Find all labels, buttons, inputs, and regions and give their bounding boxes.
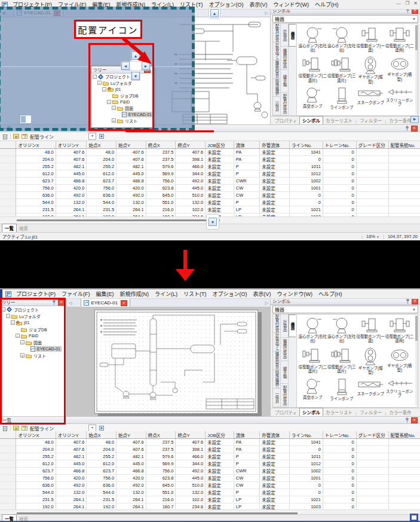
row-selector[interactable]	[0, 468, 16, 475]
pin-icon[interactable]	[405, 417, 409, 423]
table-cell[interactable]: 636.0	[16, 192, 56, 199]
symbol-category-tab[interactable]: 配管付属品(アクセサリ)	[273, 315, 280, 333]
table-cell[interactable]: 1011	[289, 163, 323, 170]
column-header[interactable]: 終点Y	[176, 431, 206, 439]
column-header[interactable]: 始点X	[87, 431, 117, 439]
table-cell[interactable]: 466.8	[117, 178, 146, 185]
table-cell[interactable]: LP	[234, 206, 259, 213]
table-cell[interactable]: 492.0	[56, 192, 87, 199]
column-header[interactable]: 始点Y	[117, 141, 146, 149]
column-header[interactable]: 外管流体	[260, 141, 290, 149]
table-cell[interactable]: 237.5	[146, 439, 176, 446]
table-cell[interactable]: 0	[323, 446, 356, 453]
symbol-scrollbar[interactable]	[415, 25, 418, 114]
table-cell[interactable]: 510.0	[176, 192, 206, 199]
table-cell[interactable]	[356, 503, 388, 510]
symbol-pump-centrifugal-right[interactable]: 遠心ポンプ(右吐出)	[298, 25, 327, 55]
table-cell[interactable]: 未設定	[206, 460, 234, 468]
table-cell[interactable]	[388, 163, 420, 170]
edge-place-top-icon[interactable]: ▲	[210, 9, 219, 17]
symbol-pump-recip-double-both[interactable]: 往復動ポンプ(二連両)	[385, 25, 415, 55]
table-cell[interactable]: 645.0	[146, 192, 176, 199]
table-cell[interactable]: 612.0	[87, 460, 117, 468]
table-cell[interactable]: 0	[323, 163, 356, 170]
table-cell[interactable]: 407.6	[176, 439, 206, 446]
tree-item-job-db[interactable]: ジョブDB	[0, 326, 66, 332]
table-cell[interactable]: 492.0	[117, 482, 146, 489]
tree-item-list[interactable]: +リスト	[91, 118, 152, 124]
table-cell[interactable]: 102.0	[176, 496, 206, 503]
tree-panel-header[interactable]: ツリー ✕	[0, 299, 66, 306]
row-selector[interactable]	[0, 482, 16, 489]
edge-place-bottom-icon[interactable]: ▼	[209, 218, 217, 226]
table-cell[interactable]: 579.6	[146, 453, 176, 460]
table-row[interactable]: 255.2482.1255.2482.1579.6466.0未設定P未設定101…	[0, 453, 420, 460]
table-cell[interactable]: 756.0	[16, 185, 56, 192]
table-cell[interactable]: CWR	[234, 468, 259, 475]
column-header[interactable]: 流体	[234, 141, 259, 149]
table-cell[interactable]: 237.5	[146, 156, 176, 163]
table-cell[interactable]: 645.0	[146, 482, 176, 489]
tree-item-job-db[interactable]: ジョブDB	[91, 93, 152, 99]
table-cell[interactable]: 420.0	[117, 475, 146, 482]
column-header[interactable]: グレード区分	[356, 141, 388, 149]
table-cell[interactable]: 0	[323, 460, 356, 468]
table-row[interactable]: 231.5264.1231.5264.1216.0102.0未設定LP未設定10…	[0, 206, 420, 213]
delete-icon[interactable]	[2, 425, 8, 431]
table-cell[interactable]: 未設定	[206, 482, 234, 489]
column-header[interactable]: 流体	[234, 431, 259, 439]
symbol-pump-screw[interactable]: スクリューポンプ	[385, 86, 415, 115]
symbol-pump-line[interactable]: ラインポンプ	[327, 377, 357, 407]
table-cell[interactable]: 未設定	[260, 156, 290, 163]
table-cell[interactable]: 579.6	[146, 163, 176, 170]
table-cell[interactable]	[356, 199, 388, 206]
row-selector[interactable]	[0, 170, 16, 178]
dock-left-placement-icon[interactable]	[20, 115, 32, 124]
table-row[interactable]: 544.0132.0544.0132.0551.0132.0未設定P未設定00未…	[0, 199, 420, 206]
table-cell[interactable]: 0	[289, 156, 323, 163]
symbol-pump-centrifugal-right[interactable]: 遠心ポンプ(右吐出)	[298, 316, 327, 346]
table-cell[interactable]: 216.0	[146, 206, 176, 213]
list-tab-0[interactable]: 一覧	[2, 224, 17, 232]
symbol-pump-vacuum[interactable]: 真空ポンプ	[298, 86, 327, 115]
row-selector[interactable]	[0, 439, 16, 446]
table-cell[interactable]	[356, 170, 388, 178]
table-cell[interactable]: 544.0	[87, 489, 117, 496]
table-cell[interactable]: P	[234, 453, 259, 460]
column-header[interactable]: トレーンNo.	[323, 141, 356, 149]
table-cell[interactable]: 623.7	[87, 178, 117, 185]
tree-item-project[interactable]: −プロジェクト	[91, 74, 152, 80]
symbol-category-tab[interactable]: 一般弁	[273, 97, 280, 115]
table-cell[interactable]: 0	[323, 206, 356, 213]
table-cell[interactable]: 0	[323, 156, 356, 163]
table-cell[interactable]: 612.0	[16, 170, 56, 178]
table-cell[interactable]	[356, 185, 388, 192]
tree-item-zumen[interactable]: −図面	[0, 339, 66, 346]
tree-item-list[interactable]: +リスト	[0, 352, 66, 359]
table-cell[interactable]: 544.0	[87, 199, 117, 206]
column-header[interactable]: 始点X	[87, 141, 117, 149]
table-cell[interactable]: 569.9	[146, 170, 176, 178]
row-selector[interactable]	[0, 460, 16, 468]
table-cell[interactable]: 264.1	[117, 206, 146, 213]
table-cell[interactable]	[388, 482, 420, 489]
table-cell[interactable]: 未設定	[260, 192, 290, 199]
symbol-pump-recip-triple-single[interactable]: 往復動ポンプ(三連片)	[327, 346, 357, 377]
table-cell[interactable]: 551.0	[146, 489, 176, 496]
close-button[interactable]: ✕	[413, 1, 418, 6]
table-cell[interactable]: 623.7	[16, 468, 56, 475]
table-cell[interactable]	[356, 163, 388, 170]
menu-item-7[interactable]: 表示(V)	[247, 1, 271, 8]
table-cell[interactable]: 未設定	[260, 185, 290, 192]
table-cell[interactable]: 0	[323, 482, 356, 489]
table-cell[interactable]: 482.1	[117, 163, 146, 170]
table-cell[interactable]: 132.0	[56, 199, 87, 206]
table-cell[interactable]: 407.6	[117, 149, 146, 156]
column-header[interactable]: JOB区分	[206, 431, 234, 439]
table-row[interactable]: 756.0420.0756.0420.0623.8445.0未設定CW未設定10…	[0, 185, 420, 192]
table-cell[interactable]: 482.1	[56, 453, 87, 460]
table-cell[interactable]: 255.2	[87, 453, 117, 460]
table-cell[interactable]: 231.5	[87, 496, 117, 503]
table-cell[interactable]: PA	[234, 149, 259, 156]
collapse-toggle-icon[interactable]: −	[107, 100, 111, 104]
